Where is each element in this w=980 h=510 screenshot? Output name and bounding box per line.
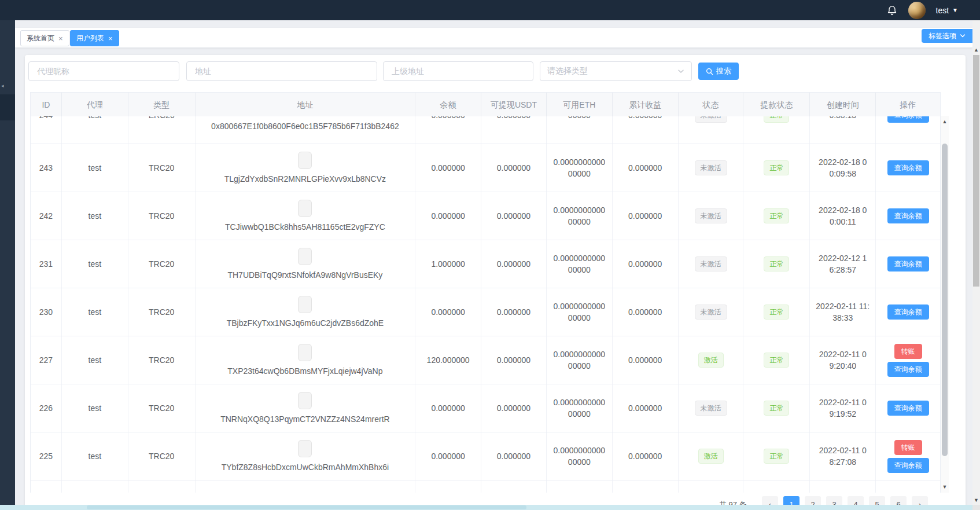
- query-balance-button[interactable]: 查询余额: [887, 458, 929, 473]
- cell-withdrawable-usdt: 0.000000: [481, 288, 547, 336]
- status-badge: 激活: [698, 449, 724, 464]
- content-card: 请选择类型 搜索 ID代理类型地址余额可提现USDT可用ETH累计收益状态提款状…: [25, 55, 966, 510]
- qr-image-placeholder: [298, 392, 312, 409]
- cell-withdrawable-usdt: 0.000000: [481, 432, 547, 480]
- cell-id: 243: [31, 144, 62, 192]
- query-balance-button[interactable]: 查询余额: [887, 362, 929, 377]
- page-scrollbar-thumb[interactable]: [973, 55, 979, 287]
- eth-line: 0.0000000000: [554, 156, 606, 168]
- cell-address: TCJiwwbQ1BCk8hhs5AH81165ctE2vgFZYC: [196, 192, 416, 240]
- scroll-up-arrow-icon[interactable]: ▲: [972, 45, 980, 54]
- address-input[interactable]: [186, 61, 377, 81]
- cell-withdraw-status: 正常: [743, 336, 810, 384]
- close-icon[interactable]: ×: [108, 35, 113, 42]
- scroll-down-arrow-icon[interactable]: ▼: [941, 482, 949, 491]
- cell-total-income: 0.000000: [613, 384, 679, 432]
- scrollbar-corner: [972, 505, 980, 510]
- status-badge: 未激活: [695, 116, 727, 123]
- query-balance-button[interactable]: 查询余额: [887, 256, 929, 271]
- cell-created-time: 2022-02-11 09:20:40: [810, 336, 876, 384]
- address-text: TCJiwwbQ1BCk8hhs5AH81165ctE2vgFZYC: [225, 221, 385, 233]
- cell-withdraw-status: 正常: [743, 116, 810, 144]
- top-navbar: test ▼: [0, 0, 980, 20]
- query-balance-button[interactable]: 查询余额: [887, 208, 929, 223]
- table-row: 243testTRC20TLgjZdYxdbSnR2MNRLGPieXvv9xL…: [31, 144, 940, 192]
- created-line: 2022-02-11 0: [819, 348, 867, 360]
- scroll-up-arrow-icon[interactable]: ▲: [941, 117, 949, 126]
- sidebar-active-item[interactable]: [0, 94, 15, 120]
- transfer-button[interactable]: 转账: [894, 344, 922, 359]
- cell-created-time: [810, 480, 876, 493]
- close-icon[interactable]: ×: [58, 35, 63, 42]
- search-icon: [706, 68, 713, 75]
- action-buttons: 查询余额: [887, 256, 929, 271]
- eth-line: 0.0000000000: [554, 397, 606, 408]
- eth-line: 00000: [568, 116, 591, 121]
- agent-nickname-input[interactable]: [28, 61, 179, 81]
- created-line: 9:19:52: [829, 408, 856, 420]
- cell-status: 未激活: [679, 384, 744, 432]
- cell-withdraw-status: 正常: [743, 192, 810, 240]
- page-scrollbar[interactable]: ▲ ▼: [972, 20, 980, 505]
- cell-withdrawable-usdt: [481, 480, 547, 493]
- query-balance-button[interactable]: 查询余额: [887, 304, 929, 320]
- cell-balance: [415, 480, 481, 493]
- cell-address: TNRNqXQ8Q13PqymCT2VNZZz4NS24mrertR: [196, 384, 416, 432]
- query-balance-button[interactable]: 查询余额: [887, 160, 929, 175]
- horizontal-scrollbar[interactable]: [0, 505, 972, 510]
- cell-withdraw-status: 正常: [743, 384, 810, 432]
- cell-status: 未激活: [679, 240, 744, 288]
- user-avatar[interactable]: [908, 2, 926, 19]
- tag-options-button[interactable]: 标签选项: [922, 29, 972, 43]
- table-scrollbar[interactable]: ▲ ▼: [941, 116, 949, 493]
- chevron-down-icon: [960, 33, 966, 39]
- cell-created-time: 2022-02-12 16:28:57: [810, 240, 876, 288]
- cell-agent: test: [62, 144, 128, 192]
- query-balance-button[interactable]: 查询余额: [887, 401, 929, 416]
- status-badge: 未激活: [695, 208, 727, 223]
- withdraw-status-badge: 正常: [764, 256, 789, 271]
- cell-status: 未激活: [679, 144, 744, 192]
- cell-total-income: [613, 480, 679, 493]
- eth-line: 00000: [568, 264, 591, 276]
- cell-withdraw-status: 正常: [743, 144, 810, 192]
- search-button[interactable]: 搜索: [698, 63, 739, 80]
- cell-available-eth: 0.000000000000000: [547, 336, 613, 384]
- created-line: 2022-02-18 0: [819, 204, 867, 216]
- qr-image-placeholder: [298, 200, 312, 217]
- action-buttons: 查询余额: [887, 116, 929, 123]
- qr-image-placeholder: [298, 344, 312, 361]
- query-balance-button[interactable]: 查询余额: [887, 116, 929, 123]
- eth-line: 0.0000000000: [554, 204, 606, 216]
- table-row: 231testTRC20TH7UDBiTqQ9rxtSNfokfA9w8NgVr…: [31, 240, 940, 288]
- table-scrollbar-thumb[interactable]: [942, 144, 948, 456]
- table-row: [31, 480, 940, 493]
- address-text: 0x800667E1f0b8600F6e0c1B5F785b6F71f3bB24…: [211, 120, 399, 132]
- cell-actions: 转账查询余额: [876, 432, 940, 480]
- column-header: 代理: [62, 93, 128, 116]
- tab-user-list[interactable]: 用户列表 ×: [70, 30, 119, 46]
- cell-withdrawable-usdt: 0.000000: [481, 240, 547, 288]
- tab-system-home[interactable]: 系统首页 ×: [20, 30, 69, 46]
- notification-bell-icon[interactable]: [886, 5, 898, 16]
- tab-label: 系统首页: [27, 34, 54, 43]
- column-header: 提款状态: [743, 93, 810, 116]
- table-header-row: ID代理类型地址余额可提现USDT可用ETH累计收益状态提款状态创建时间操作: [31, 93, 940, 116]
- type-select[interactable]: 请选择类型: [540, 61, 692, 81]
- parent-address-input[interactable]: [383, 61, 533, 81]
- created-line: 2022-02-18 0: [819, 156, 867, 168]
- table-row: 242testTRC20TCJiwwbQ1BCk8hhs5AH81165ctE2…: [31, 192, 940, 240]
- qr-image-placeholder: [298, 248, 312, 265]
- cell-id: 230: [31, 288, 62, 336]
- eth-line: 00000: [568, 360, 591, 372]
- user-menu[interactable]: test ▼: [936, 6, 958, 15]
- cell-actions: 查询余额: [876, 192, 940, 240]
- column-header: 创建时间: [810, 93, 876, 116]
- scroll-down-arrow-icon[interactable]: ▼: [972, 496, 980, 505]
- horizontal-scrollbar-thumb[interactable]: [87, 505, 526, 509]
- sidebar-collapsed[interactable]: ◂: [0, 20, 15, 505]
- action-buttons: 查询余额: [887, 208, 929, 223]
- cell-balance: 0.000000: [415, 192, 481, 240]
- transfer-button[interactable]: 转账: [894, 440, 922, 455]
- cell-status: 未激活: [679, 192, 744, 240]
